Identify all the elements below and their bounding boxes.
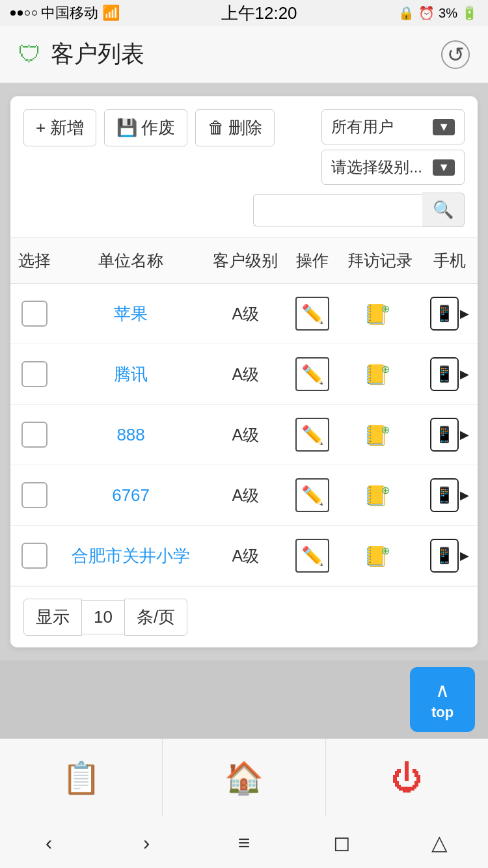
phone-button-4[interactable]: 📱 <box>430 539 459 573</box>
main-card: + 新增 💾 作废 🗑 删除 所有用户 ▼ 请选择级别... ▼ <box>10 96 478 647</box>
table-row: 苹果 A级 ✏️ 📒⊕ 📱 ▶ <box>10 284 478 344</box>
nav-back[interactable]: ‹ <box>29 823 68 862</box>
col-action: 操作 <box>288 238 337 284</box>
cell-action-1: ✏️ <box>288 344 337 405</box>
visit-button-4[interactable]: 📒⊕ <box>363 539 397 573</box>
phone-arrow-4: ▶ <box>460 549 469 563</box>
checkbox-2[interactable] <box>21 422 47 448</box>
client-table: 选择 单位名称 客户级别 操作 拜访记录 手机 苹果 <box>10 237 478 586</box>
battery-icon: 🔋 <box>461 5 478 21</box>
phone-arrow-2: ▶ <box>460 427 469 442</box>
search-button[interactable]: 🔍 <box>422 193 465 227</box>
carrier-label: 中国移动 <box>41 3 98 23</box>
nav-recent[interactable]: ◻ <box>322 823 361 862</box>
toolbar-dropdowns: 所有用户 ▼ 请选择级别... ▼ <box>321 109 465 185</box>
cell-checkbox-3 <box>10 465 59 526</box>
edit-button-4[interactable]: ✏️ <box>295 539 329 573</box>
nav-menu[interactable]: ≡ <box>224 823 264 862</box>
add-button[interactable]: + 新增 <box>23 109 96 146</box>
cell-phone-2: 📱 ▶ <box>422 405 478 465</box>
cell-checkbox-2 <box>10 405 59 465</box>
client-name-1[interactable]: 腾讯 <box>114 364 148 384</box>
show-label: 显示 <box>23 599 82 636</box>
tab-power[interactable]: ⏻ <box>326 739 488 817</box>
nav-home[interactable]: △ <box>420 823 459 862</box>
trash-icon: 🗑 <box>208 118 224 138</box>
cell-visit-4: 📒⊕ <box>338 526 422 586</box>
status-time: 上午12:20 <box>221 2 297 25</box>
page-unit: 条/页 <box>124 599 187 636</box>
cell-level-3: A级 <box>203 465 288 526</box>
top-chevron-icon: ∧ <box>435 679 450 701</box>
cell-name-4: 合肥市关井小学 <box>59 526 203 586</box>
client-name-0[interactable]: 苹果 <box>114 304 148 323</box>
edit-button-0[interactable]: ✏️ <box>295 297 329 331</box>
cell-visit-2: 📒⊕ <box>338 405 422 465</box>
table-row: 6767 A级 ✏️ 📒⊕ 📱 ▶ <box>10 465 478 526</box>
phone-button-2[interactable]: 📱 <box>430 418 459 452</box>
client-level-0: A级 <box>232 305 259 323</box>
edit-button-1[interactable]: ✏️ <box>295 357 329 391</box>
wifi-icon: 📶 <box>102 5 120 21</box>
checkbox-3[interactable] <box>21 482 47 508</box>
cell-visit-1: 📒⊕ <box>338 344 422 405</box>
cell-level-2: A级 <box>203 405 288 465</box>
main-content: + 新增 💾 作废 🗑 删除 所有用户 ▼ 请选择级别... ▼ <box>0 83 488 660</box>
checkbox-1[interactable] <box>21 361 47 387</box>
cell-level-4: A级 <box>203 526 288 586</box>
phone-button-1[interactable]: 📱 <box>430 357 459 391</box>
tab-home[interactable]: 🏠 <box>163 739 325 817</box>
status-left: 中国移动 📶 <box>10 3 120 23</box>
visit-button-0[interactable]: 📒⊕ <box>363 297 397 331</box>
phone-arrow-3: ▶ <box>460 488 469 502</box>
tab-clipboard[interactable]: 📋 <box>0 739 163 817</box>
system-nav: ‹ › ≡ ◻ △ <box>0 817 488 868</box>
scroll-top-button[interactable]: ∧ top <box>410 667 475 732</box>
phone-button-0[interactable]: 📱 <box>430 297 459 331</box>
phone-arrow-0: ▶ <box>460 306 469 321</box>
cell-phone-1: 📱 ▶ <box>422 344 478 405</box>
client-name-4[interactable]: 合肥市关井小学 <box>72 546 190 565</box>
refresh-button[interactable]: ↺ <box>441 40 470 69</box>
page-title: 客户列表 <box>51 38 144 70</box>
search-input[interactable] <box>253 194 422 226</box>
cell-action-3: ✏️ <box>288 465 337 526</box>
lock-icon: 🔒 <box>398 5 414 21</box>
signal-dot-1 <box>10 10 16 16</box>
alarm-icon: ⏰ <box>418 5 435 21</box>
cell-name-1: 腾讯 <box>59 344 203 405</box>
cell-action-0: ✏️ <box>288 284 337 344</box>
visit-button-2[interactable]: 📒⊕ <box>363 418 397 452</box>
cell-action-4: ✏️ <box>288 526 337 586</box>
client-level-1: A级 <box>232 365 259 383</box>
phone-arrow-1: ▶ <box>460 367 469 381</box>
phone-button-3[interactable]: 📱 <box>430 478 459 512</box>
user-dropdown[interactable]: 所有用户 ▼ <box>321 109 465 144</box>
toolbar: + 新增 💾 作废 🗑 删除 所有用户 ▼ 请选择级别... ▼ <box>10 96 478 185</box>
visit-button-3[interactable]: 📒⊕ <box>363 478 397 512</box>
app-header: 🛡 客户列表 ↺ <box>0 26 488 83</box>
cell-visit-0: 📒⊕ <box>338 284 422 344</box>
client-level-2: A级 <box>232 426 259 444</box>
checkbox-0[interactable] <box>21 301 47 327</box>
edit-button-3[interactable]: ✏️ <box>295 478 329 512</box>
top-label: top <box>431 704 454 721</box>
bottom-gray-area: ∧ top <box>0 660 488 739</box>
col-name: 单位名称 <box>59 238 203 284</box>
client-level-4: A级 <box>232 547 259 565</box>
client-name-2[interactable]: 888 <box>116 425 144 444</box>
page-count: 10 <box>82 600 124 634</box>
nav-forward[interactable]: › <box>127 823 166 862</box>
edit-button-2[interactable]: ✏️ <box>295 418 329 452</box>
col-level: 客户级别 <box>203 238 288 284</box>
delete-button[interactable]: 🗑 删除 <box>195 109 275 146</box>
cell-checkbox-1 <box>10 344 59 405</box>
visit-button-1[interactable]: 📒⊕ <box>363 357 397 391</box>
pagination-bar: 显示 10 条/页 <box>10 586 478 647</box>
battery-label: 3% <box>439 6 457 21</box>
waste-button[interactable]: 💾 作废 <box>104 109 187 146</box>
table-row: 腾讯 A级 ✏️ 📒⊕ 📱 ▶ <box>10 344 478 405</box>
client-name-3[interactable]: 6767 <box>112 485 150 505</box>
checkbox-4[interactable] <box>21 543 47 569</box>
level-dropdown[interactable]: 请选择级别... ▼ <box>321 150 465 185</box>
